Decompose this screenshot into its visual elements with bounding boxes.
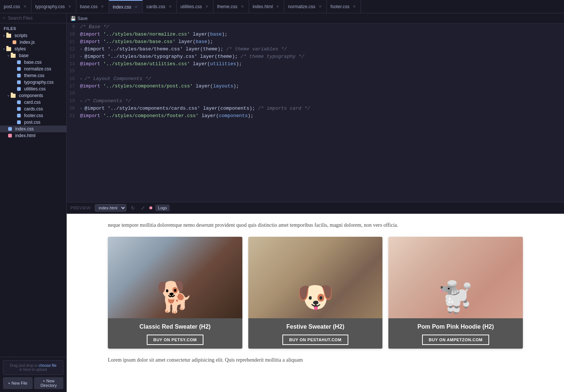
sidebar-search-container bbox=[0, 13, 66, 23]
file-icon bbox=[17, 120, 21, 124]
card-title: Festive Sweater (H2) bbox=[253, 323, 378, 330]
new-file-button[interactable]: + New File bbox=[3, 377, 33, 389]
tree-item-label: card.css bbox=[24, 100, 63, 105]
card-title: Classic Red Sweater (H2) bbox=[113, 323, 237, 330]
tree-item-utilities-css[interactable]: utilities.css bbox=[0, 86, 66, 92]
line-number: 15 bbox=[67, 69, 80, 74]
file-icon bbox=[17, 80, 21, 84]
tab-base-css[interactable]: base.css✕ bbox=[76, 0, 109, 13]
preview-intro-text: neque tempore mollitia doloremque nemo d… bbox=[108, 221, 523, 229]
line-number: 16 bbox=[67, 76, 80, 82]
sidebar-bottom: Drag and drop or choose file in here to … bbox=[0, 357, 66, 392]
tab-close-icon[interactable]: ✕ bbox=[67, 4, 72, 9]
code-line: 10@import '../styles/base/normalize.css'… bbox=[67, 31, 564, 39]
tree-item-label: theme.css bbox=[24, 73, 63, 78]
drag-drop-area: Drag and drop or choose file in here to … bbox=[3, 360, 63, 375]
tab-cards-css[interactable]: cards.css✕ bbox=[143, 0, 177, 13]
code-editor[interactable]: 9/* Base */10@import '../styles/base/nor… bbox=[67, 24, 564, 202]
line-number: 9 bbox=[67, 24, 80, 30]
card-buy-button[interactable]: BUY ON PETSY.COM bbox=[147, 335, 203, 345]
tree-item-index-html-tree[interactable]: index.html bbox=[0, 132, 66, 139]
tree-item-card-css[interactable]: card.css bbox=[0, 99, 66, 106]
tree-item-cards-css[interactable]: cards.css bbox=[0, 106, 66, 112]
tab-close-icon[interactable]: ✕ bbox=[318, 4, 323, 9]
tree-item-label: cards.css bbox=[24, 106, 63, 112]
tree-item-footer-css[interactable]: footer.css bbox=[0, 112, 66, 119]
file-icon bbox=[13, 40, 16, 44]
tab-utilities-css[interactable]: utilities.css✕ bbox=[177, 0, 213, 13]
tree-item-base[interactable]: base bbox=[0, 52, 66, 59]
save-bar: 💾 Save bbox=[67, 13, 564, 24]
tab-close-icon[interactable]: ✕ bbox=[240, 4, 245, 9]
file-tree: scriptsindex.jsstylesbasebase.cssnormali… bbox=[0, 32, 66, 357]
tab-label: footer.css bbox=[331, 4, 349, 9]
card-buy-button[interactable]: BUY ON PESTAHUT.COM bbox=[282, 335, 348, 345]
tree-item-typography-css[interactable]: typography.css bbox=[0, 79, 66, 86]
preview-content[interactable]: neque tempore mollitia doloremque nemo d… bbox=[67, 214, 564, 392]
tree-item-components[interactable]: components bbox=[0, 92, 66, 99]
tab-footer-css[interactable]: footer.css✕ bbox=[327, 0, 361, 13]
line-content: ▾ @import '../styles/components/cards.cs… bbox=[80, 106, 564, 111]
search-icon bbox=[3, 16, 6, 20]
tree-item-index-css-tree[interactable]: index.css bbox=[0, 126, 66, 132]
line-number: 18 bbox=[67, 91, 80, 96]
tree-item-scripts[interactable]: scripts bbox=[0, 32, 66, 39]
tab-label: post.css bbox=[4, 4, 20, 9]
search-input[interactable] bbox=[8, 16, 63, 21]
tab-close-icon[interactable]: ✕ bbox=[167, 4, 173, 9]
line-number: 19 bbox=[67, 99, 80, 104]
folder-icon bbox=[6, 34, 11, 38]
line-number: 21 bbox=[67, 113, 80, 119]
code-line: 15 bbox=[67, 68, 564, 76]
tree-item-label: utilities.css bbox=[24, 86, 63, 92]
tree-item-label: index.js bbox=[20, 40, 63, 45]
logs-button[interactable]: Logs bbox=[155, 205, 170, 211]
tab-typography-css[interactable]: typography.css✕ bbox=[31, 0, 76, 13]
tree-item-label: index.css bbox=[15, 126, 63, 132]
tab-close-icon[interactable]: ✕ bbox=[133, 4, 139, 9]
card-image-1 bbox=[108, 237, 242, 318]
preview-outro-text: Lorem ipsum dolor sit amet consectetur a… bbox=[108, 356, 523, 364]
file-icon bbox=[8, 134, 12, 137]
card-image-2 bbox=[248, 237, 383, 318]
tab-index-html[interactable]: index.html✕ bbox=[249, 0, 285, 13]
drag-drop-link[interactable]: choose file bbox=[39, 363, 57, 368]
line-content: @import '../styles/base/normalize.css' l… bbox=[80, 31, 564, 37]
tab-close-icon[interactable]: ✕ bbox=[275, 4, 280, 9]
new-directory-button[interactable]: + New Directory bbox=[34, 377, 64, 389]
tree-item-normalize-css[interactable]: normalize.css bbox=[0, 66, 66, 72]
tab-index-css[interactable]: index.css✕ bbox=[109, 0, 143, 13]
preview-file-select[interactable]: index.html bbox=[95, 204, 126, 212]
tree-item-post-css[interactable]: post.css bbox=[0, 119, 66, 126]
preview-refresh-button[interactable]: ↻ bbox=[129, 205, 136, 212]
tab-close-icon[interactable]: ✕ bbox=[22, 4, 27, 9]
tree-item-styles[interactable]: styles bbox=[0, 46, 66, 52]
line-number: 11 bbox=[67, 39, 80, 44]
folder-arrow-icon bbox=[3, 46, 5, 52]
preview-card-card-3: Pom Pom Pink Hoodie (H2)BUY ON AMPETZON.… bbox=[388, 237, 523, 349]
preview-open-button[interactable]: ⤢ bbox=[139, 205, 146, 212]
line-content: /* Base */ bbox=[80, 24, 564, 30]
card-body: Classic Red Sweater (H2)BUY ON PETSY.COM bbox=[108, 318, 242, 349]
drag-drop-text: Drag and drop or bbox=[10, 363, 38, 368]
tab-post-css[interactable]: post.css✕ bbox=[0, 0, 31, 13]
file-icon bbox=[17, 60, 21, 64]
tree-item-base-css[interactable]: base.css bbox=[0, 59, 66, 66]
card-buy-button[interactable]: BUY ON AMPETZON.COM bbox=[422, 335, 489, 345]
tree-item-theme-css[interactable]: theme.css bbox=[0, 72, 66, 79]
save-label[interactable]: Save bbox=[77, 16, 87, 21]
tab-close-icon[interactable]: ✕ bbox=[204, 4, 209, 9]
code-line: 13▾ @import '../styles/base/typography.c… bbox=[67, 53, 564, 61]
card-title: Pom Pom Pink Hoodie (H2) bbox=[394, 323, 518, 330]
folder-arrow-icon bbox=[3, 33, 5, 38]
tree-item-index-js[interactable]: index.js bbox=[0, 39, 66, 46]
line-content: @import '../styles/base/utilities.css' l… bbox=[80, 61, 564, 67]
tab-theme-css[interactable]: theme.css✕ bbox=[213, 0, 249, 13]
content-area: 💾 Save 9/* Base */10@import '../styles/b… bbox=[67, 13, 564, 392]
tab-normalize-css[interactable]: normalize.css✕ bbox=[284, 0, 326, 13]
file-icon bbox=[17, 87, 21, 91]
line-number: 14 bbox=[67, 62, 80, 67]
tab-close-icon[interactable]: ✕ bbox=[352, 4, 357, 9]
line-content: @import '../styles/components/footer.css… bbox=[80, 113, 564, 119]
tab-close-icon[interactable]: ✕ bbox=[100, 4, 105, 9]
